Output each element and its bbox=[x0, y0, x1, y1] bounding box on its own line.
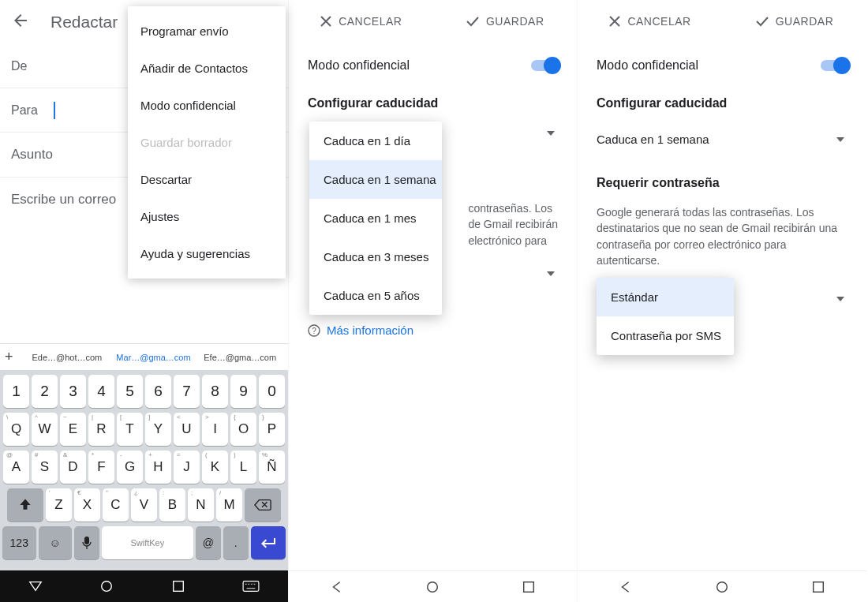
key-j[interactable]: =J bbox=[174, 451, 200, 484]
confidential-toggle[interactable] bbox=[531, 60, 558, 71]
expiry-select[interactable]: Caduca en 1 semana bbox=[578, 122, 866, 157]
key-y[interactable]: ]Y bbox=[145, 413, 171, 446]
confidential-mode-label: Modo confidencial bbox=[597, 58, 698, 73]
add-icon[interactable]: + bbox=[5, 349, 24, 365]
confidential-mode-label: Modo confidencial bbox=[308, 58, 410, 73]
key-e[interactable]: ~E bbox=[60, 413, 86, 446]
expiry-option-1day[interactable]: Caduca en 1 día bbox=[309, 122, 442, 160]
expiry-option-1month[interactable]: Caduca en 1 mes bbox=[309, 199, 442, 237]
nav-home-icon[interactable] bbox=[715, 580, 729, 594]
password-description: Google generará todas las contraseñas. L… bbox=[578, 201, 866, 278]
key-o[interactable]: {O bbox=[230, 413, 256, 446]
nav-recents-icon[interactable] bbox=[522, 580, 536, 594]
menu-add-contacts[interactable]: Añadir de Contactos bbox=[128, 50, 286, 87]
key-4[interactable]: 4 bbox=[88, 375, 114, 408]
password-option-standard[interactable]: Estándar bbox=[597, 278, 734, 316]
key-w[interactable]: ^W bbox=[32, 413, 58, 446]
nav-home-icon[interactable] bbox=[99, 579, 114, 593]
key-n[interactable]: ;N bbox=[188, 488, 214, 522]
space-key[interactable]: SwiftKey bbox=[102, 526, 193, 559]
nav-bar bbox=[578, 570, 866, 602]
nav-keyboard-icon[interactable] bbox=[242, 579, 260, 593]
key-m[interactable]: /M bbox=[216, 488, 242, 522]
back-icon[interactable] bbox=[11, 11, 33, 33]
key-x[interactable]: €X bbox=[74, 488, 100, 522]
key-d[interactable]: &D bbox=[60, 451, 86, 484]
key-k[interactable]: (K bbox=[202, 451, 228, 484]
key-t[interactable]: [T bbox=[117, 413, 143, 446]
suggestion-3[interactable]: Efe…@gma…com bbox=[196, 353, 283, 362]
nav-recents-icon[interactable] bbox=[171, 579, 185, 593]
expiry-option-3months[interactable]: Caduca en 3 meses bbox=[309, 237, 442, 276]
key-9[interactable]: 9 bbox=[230, 375, 256, 408]
key-b[interactable]: :B bbox=[159, 488, 185, 522]
password-dropdown: Estándar Contraseña por SMS bbox=[597, 278, 734, 355]
key-p[interactable]: }P bbox=[259, 413, 285, 446]
nav-back-icon[interactable] bbox=[330, 580, 344, 594]
menu-confidential-mode[interactable]: Modo confidencial bbox=[128, 87, 286, 124]
key-1[interactable]: 1 bbox=[3, 375, 29, 408]
nav-home-icon[interactable] bbox=[425, 580, 440, 594]
save-button[interactable]: GUARDAR bbox=[433, 0, 578, 43]
key-3[interactable]: 3 bbox=[60, 375, 86, 408]
compose-title: Redactar bbox=[51, 13, 118, 32]
close-icon bbox=[608, 15, 621, 28]
key-q[interactable]: \Q bbox=[3, 413, 29, 446]
desc-line-1: contraseñas. Los bbox=[468, 200, 558, 216]
key-g[interactable]: -G bbox=[117, 451, 143, 484]
key-6[interactable]: 6 bbox=[145, 375, 171, 408]
nav-back-icon[interactable] bbox=[619, 580, 633, 594]
from-label: De bbox=[11, 59, 54, 73]
key-c[interactable]: "C bbox=[103, 488, 129, 522]
expiry-option-5years[interactable]: Caduca en 5 años bbox=[309, 276, 442, 315]
confidential-toggle[interactable] bbox=[821, 60, 847, 71]
suggestion-2[interactable]: Mar…@gma…com bbox=[110, 353, 197, 362]
period-key[interactable]: . bbox=[223, 526, 249, 559]
key-s[interactable]: #S bbox=[32, 451, 58, 484]
key-2[interactable]: 2 bbox=[32, 375, 58, 408]
nav-recents-icon[interactable] bbox=[811, 580, 825, 594]
menu-settings[interactable]: Ajustes bbox=[128, 198, 286, 235]
desc-line-2: de Gmail recibirán bbox=[468, 216, 558, 232]
more-info-link[interactable]: ? Más información bbox=[289, 319, 577, 342]
key-r[interactable]: |R bbox=[88, 413, 114, 446]
expiry-value: Caduca en 1 semana bbox=[597, 133, 709, 146]
backspace-key[interactable] bbox=[245, 488, 281, 522]
cancel-button[interactable]: CANCELAR bbox=[289, 0, 433, 43]
numeric-key[interactable]: 123 bbox=[2, 526, 36, 559]
key-u[interactable]: <U bbox=[174, 413, 200, 446]
suggestion-bar: + Ede…@hot…com Mar…@gma…com Efe…@gma…com bbox=[0, 343, 288, 370]
text-cursor bbox=[54, 102, 55, 119]
key-8[interactable]: 8 bbox=[202, 375, 228, 408]
key-0[interactable]: 0 bbox=[259, 375, 285, 408]
suggestion-1[interactable]: Ede…@hot…com bbox=[24, 353, 110, 362]
mic-key[interactable] bbox=[74, 526, 99, 559]
expiry-option-1week[interactable]: Caduca en 1 semana bbox=[309, 160, 442, 199]
key-h[interactable]: +H bbox=[145, 451, 171, 484]
menu-schedule-send[interactable]: Programar envío bbox=[128, 13, 286, 50]
shift-key[interactable] bbox=[7, 488, 43, 522]
to-label: Para bbox=[11, 103, 54, 118]
key-v[interactable]: ¿V bbox=[131, 488, 157, 522]
key-7[interactable]: 7 bbox=[174, 375, 200, 408]
svg-text:?: ? bbox=[312, 327, 316, 335]
menu-help[interactable]: Ayuda y sugerencias bbox=[128, 235, 286, 272]
key-a[interactable]: @A bbox=[3, 451, 29, 484]
key-f[interactable]: *F bbox=[88, 451, 114, 484]
at-key[interactable]: @ bbox=[196, 526, 221, 559]
cancel-button[interactable]: CANCELAR bbox=[578, 0, 722, 43]
svg-rect-14 bbox=[814, 581, 824, 592]
nav-back-icon[interactable] bbox=[28, 579, 43, 593]
enter-key[interactable] bbox=[251, 526, 286, 559]
emoji-key[interactable]: ☺ bbox=[39, 526, 73, 559]
password-option-sms[interactable]: Contraseña por SMS bbox=[597, 316, 734, 355]
menu-discard[interactable]: Descartar bbox=[128, 161, 286, 198]
nav-bar bbox=[0, 570, 288, 602]
key-ñ[interactable]: %Ñ bbox=[259, 451, 285, 484]
key-l[interactable]: )L bbox=[230, 451, 256, 484]
save-button[interactable]: GUARDAR bbox=[722, 0, 866, 43]
key-i[interactable]: >I bbox=[202, 413, 228, 446]
key-5[interactable]: 5 bbox=[117, 375, 143, 408]
svg-rect-3 bbox=[243, 581, 259, 592]
key-z[interactable]: 'Z bbox=[46, 488, 72, 522]
